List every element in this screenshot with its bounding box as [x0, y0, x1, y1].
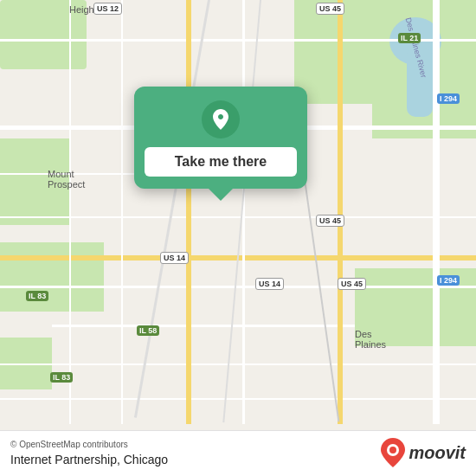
bottom-left: © OpenStreetMap contributors Internet Pa… [10, 440, 168, 466]
route-badge-i294-bot: I 294 [437, 275, 460, 286]
take-me-there-button[interactable]: Take me there [145, 147, 297, 177]
route-badge-il83-bot: IL 83 [50, 372, 73, 383]
route-badge-us14-right: US 14 [255, 278, 284, 290]
mount-prospect-label: MountProspect [48, 169, 85, 190]
route-badge-us45-mid: US 45 [316, 215, 344, 227]
route-badge-us45-top: US 45 [316, 3, 344, 15]
route-badge-us45-bot: US 45 [338, 278, 366, 290]
road [0, 216, 476, 218]
green-area [0, 242, 104, 312]
road [0, 363, 476, 365]
road-i294-v [433, 0, 440, 424]
route-badge-il58: IL 58 [137, 325, 159, 336]
des-plaines-label: DesPlaines [355, 329, 386, 350]
route-badge-us12: US 12 [93, 3, 122, 15]
road [121, 0, 123, 424]
road [52, 325, 355, 327]
route-badge-us14-left: US 14 [160, 252, 189, 264]
location-pin-icon [202, 100, 240, 138]
road [0, 286, 476, 288]
osm-attribution: © OpenStreetMap contributors [10, 440, 168, 449]
moovit-pin-icon [381, 438, 405, 467]
road [69, 0, 71, 424]
svg-point-2 [389, 447, 396, 453]
moovit-text: moovit [408, 443, 466, 463]
road [0, 398, 476, 400]
map-container: Heights MountProspect DesPlaines Des Pla… [0, 0, 476, 476]
route-badge-il83-top: IL 83 [26, 291, 48, 301]
popup-card: Take me there [134, 87, 307, 189]
road-us45-v [338, 0, 343, 424]
moovit-logo: moovit [381, 438, 466, 467]
route-badge-i294-top: I 294 [437, 93, 460, 104]
road-major-v [186, 0, 191, 424]
bottom-bar: © OpenStreetMap contributors Internet Pa… [0, 430, 476, 476]
location-name: Internet Partnership, Chicago [10, 453, 168, 466]
route-badge-il21: IL 21 [398, 33, 421, 43]
